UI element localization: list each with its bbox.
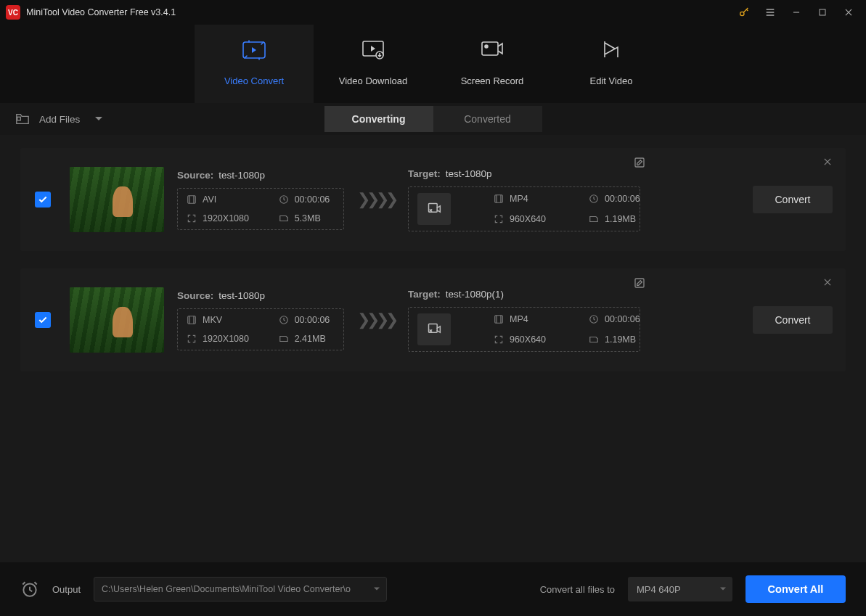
remove-row-icon[interactable] [822,157,833,167]
target-block: Target:test-1080p MP4 00:00:06 960X640 1… [408,168,640,231]
target-name: test-1080p [446,168,492,179]
maximize-icon[interactable] [809,1,836,24]
svg-rect-19 [635,279,644,287]
tab-screen-record[interactable]: Screen Record [433,25,552,103]
tab-video-convert[interactable]: Video Convert [195,25,314,103]
target-format: MP4 [510,194,528,204]
target-resolution: 960X640 [510,334,546,345]
titlebar: VC MiniTool Video Converter Free v3.4.1 [0,0,866,25]
footer: Output C:\Users\Helen Green\Documents\Mi… [0,562,866,616]
tab-edit-video[interactable]: Edit Video [552,25,671,103]
task-list: Source:test-1080p AVI 00:00:06 1920X1080… [0,135,866,371]
task-row: Source:test-1080p AVI 00:00:06 1920X1080… [20,148,846,251]
source-resolution: 1920X1080 [203,213,249,223]
target-format: MP4 [510,314,528,324]
output-preset-dropdown[interactable]: MP4 640P [628,577,732,601]
source-details: AVI 00:00:06 1920X1080 5.3MB [177,188,344,230]
edit-icon[interactable] [634,157,645,168]
nav-label: Screen Record [461,75,524,86]
screen-record-icon [480,38,505,62]
chevron-down-icon [373,586,380,592]
nav-label: Video Download [339,75,407,86]
source-format: AVI [203,194,216,205]
status-segment: Converting Converted [324,106,542,132]
target-size: 1.19MB [605,334,636,345]
chevron-down-icon[interactable] [94,115,103,123]
svg-rect-16 [495,315,503,323]
video-thumbnail[interactable] [70,287,164,353]
source-format: MKV [203,315,222,325]
source-size: 2.41MB [295,334,326,344]
svg-rect-8 [188,195,196,203]
row-checkbox[interactable] [35,192,51,208]
subbar: Add Files Converting Converted [0,103,866,135]
edit-icon[interactable] [634,277,645,289]
close-icon[interactable] [836,1,862,24]
target-label: Target: [408,168,441,179]
nav-label: Edit Video [589,75,632,86]
app-title: MiniTool Video Converter Free v3.4.1 [26,7,176,17]
source-name: test-1080p [218,170,265,181]
svg-rect-10 [495,194,503,202]
convert-all-button[interactable]: Convert All [746,575,846,603]
target-duration: 00:00:06 [605,314,640,324]
source-label: Source: [177,290,213,301]
target-label: Target: [408,289,441,300]
main-nav: Video Convert Video Download Screen Reco… [0,25,866,103]
add-files-button[interactable]: Add Files [9,109,109,129]
preset-value: MP4 640P [637,584,681,595]
segment-converting[interactable]: Converting [324,106,433,132]
app-logo: VC [6,5,20,20]
source-block: Source:test-1080p AVI 00:00:06 1920X1080… [177,170,344,230]
video-download-icon [361,38,385,62]
target-size: 1.19MB [605,214,636,224]
source-duration: 00:00:06 [295,315,330,325]
convert-all-label: Convert all files to [540,584,615,595]
segment-converted[interactable]: Converted [433,106,542,132]
arrow-icon: ❯❯❯❯ [357,311,395,329]
target-details: MP4 00:00:06 960X640 1.19MB [408,307,640,352]
video-convert-icon [242,38,266,62]
source-label: Source: [177,170,213,181]
arrow-icon: ❯❯❯❯ [357,190,395,209]
svg-rect-7 [17,117,21,120]
target-details: MP4 00:00:06 960X640 1.19MB [408,186,640,231]
task-row: Source:test-1080p MKV 00:00:06 1920X1080… [20,268,846,371]
output-path-value: C:\Users\Helen Green\Documents\MiniTool … [102,584,351,594]
source-block: Source:test-1080p MKV 00:00:06 1920X1080… [177,290,344,350]
svg-rect-14 [188,316,196,324]
svg-rect-1 [820,9,825,15]
menu-icon[interactable] [757,1,783,24]
svg-rect-13 [635,158,644,167]
add-files-label: Add Files [39,114,80,125]
format-settings-button[interactable] [417,193,451,225]
tab-video-download[interactable]: Video Download [314,25,433,103]
chevron-down-icon [719,586,727,592]
svg-rect-5 [482,42,498,55]
source-details: MKV 00:00:06 1920X1080 2.41MB [177,308,344,350]
minimize-icon[interactable] [783,1,809,24]
svg-point-0 [740,12,744,15]
source-name: test-1080p [218,290,265,301]
nav-label: Video Convert [224,75,284,86]
source-size: 5.3MB [295,213,321,223]
target-name: test-1080p(1) [446,289,504,300]
source-duration: 00:00:06 [295,194,330,205]
schedule-icon[interactable] [20,580,39,599]
target-block: Target:test-1080p(1) MP4 00:00:06 960X64… [408,289,640,352]
key-icon[interactable] [731,1,757,24]
edit-video-icon [599,38,624,62]
output-path-dropdown[interactable]: C:\Users\Helen Green\Documents\MiniTool … [94,577,387,601]
row-checkbox[interactable] [35,312,51,328]
format-settings-button[interactable] [417,313,451,345]
svg-point-6 [485,45,488,48]
convert-button[interactable]: Convert [753,306,833,334]
convert-button[interactable]: Convert [753,186,833,213]
source-resolution: 1920X1080 [203,334,249,344]
video-thumbnail[interactable] [70,167,164,232]
target-resolution: 960X640 [510,214,546,224]
target-duration: 00:00:06 [605,194,640,204]
output-label: Output [52,584,81,595]
remove-row-icon[interactable] [822,277,833,287]
